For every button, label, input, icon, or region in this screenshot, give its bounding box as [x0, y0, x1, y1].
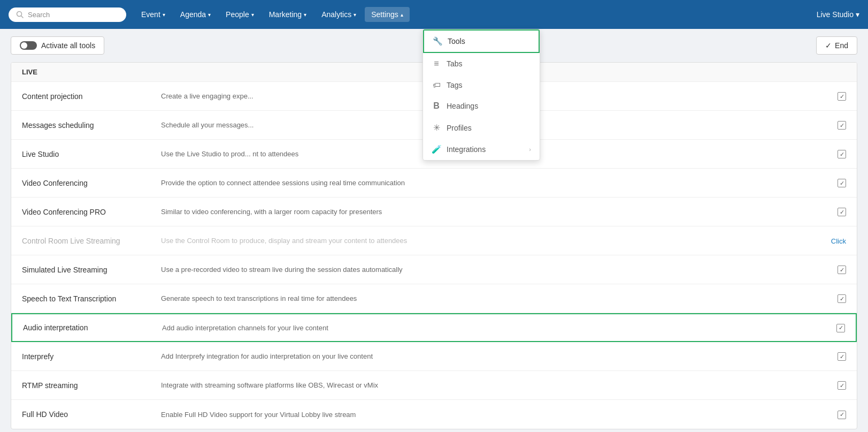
- row-action[interactable]: Click: [814, 237, 846, 245]
- table-row: Simulated Live Streaming Use a pre-recor…: [11, 255, 857, 284]
- checkbox-icon[interactable]: [838, 294, 846, 303]
- checkbox-icon[interactable]: [838, 266, 846, 274]
- chevron-down-icon: ▾: [251, 12, 254, 18]
- nav-item-analytics[interactable]: Analytics ▾: [315, 7, 363, 22]
- checkbox-icon[interactable]: [838, 411, 846, 419]
- row-desc: Similar to video conferencing, with a la…: [161, 208, 814, 216]
- dropdown-item-tabs[interactable]: ≡ Tabs: [423, 53, 540, 74]
- checkbox-icon[interactable]: [838, 179, 846, 187]
- row-action[interactable]: [814, 92, 846, 101]
- row-action[interactable]: [814, 294, 846, 304]
- row-action[interactable]: [814, 265, 846, 275]
- row-name: Content projection: [22, 92, 161, 101]
- tabs-icon: ≡: [432, 59, 441, 69]
- table-row: Interprefy Add Interprefy integration fo…: [11, 342, 857, 371]
- checkbox-icon[interactable]: [838, 208, 846, 216]
- row-desc: Provide the option to connect attendee s…: [161, 179, 814, 187]
- integrations-icon: 🧪: [432, 145, 441, 154]
- checkbox-icon[interactable]: [836, 324, 845, 332]
- dropdown-item-tags[interactable]: 🏷 Tags: [423, 74, 540, 95]
- dropdown-item-integrations[interactable]: 🧪 Integrations ›: [423, 139, 540, 160]
- chevron-up-icon: ▴: [401, 12, 403, 18]
- top-nav: Search Event ▾ Agenda ▾ People ▾ Marketi…: [0, 0, 868, 29]
- row-name: Control Room Live Streaming: [22, 237, 161, 245]
- row-name: RTMP streaming: [22, 381, 161, 390]
- headings-icon: B: [432, 101, 441, 111]
- row-desc: Use a pre-recorded video to stream live …: [161, 266, 814, 274]
- row-action[interactable]: [814, 207, 846, 217]
- row-action[interactable]: [814, 149, 846, 159]
- checkbox-icon[interactable]: [838, 121, 846, 130]
- table-row: RTMP streaming Integrate with streaming …: [11, 371, 857, 400]
- checkbox-icon[interactable]: [838, 92, 846, 101]
- nav-items: Event ▾ Agenda ▾ People ▾ Marketing ▾ An…: [135, 7, 817, 22]
- live-studio-nav[interactable]: Live Studio ▾: [817, 10, 859, 19]
- row-name: Full HD Video: [22, 410, 161, 419]
- nav-item-people[interactable]: People ▾: [219, 7, 260, 22]
- row-desc: Integrate with streaming software platfo…: [161, 381, 814, 389]
- dropdown-item-tools[interactable]: 🔧 Tools: [423, 29, 540, 53]
- settings-dropdown: 🔧 Tools ≡ Tabs 🏷 Tags B Headings ✳ Profi…: [423, 29, 540, 161]
- row-name: Simulated Live Streaming: [22, 266, 161, 274]
- row-desc: Add audio interpretation channels for yo…: [162, 324, 813, 332]
- nav-item-event[interactable]: Event ▾: [135, 7, 172, 22]
- chevron-down-icon: ▾: [304, 12, 306, 18]
- row-name: Video Conferencing PRO: [22, 208, 161, 216]
- svg-line-1: [21, 16, 24, 18]
- chevron-down-icon: ▾: [856, 10, 859, 19]
- nav-item-marketing[interactable]: Marketing ▾: [263, 7, 313, 22]
- row-name: Speech to Text Transcription: [22, 294, 161, 303]
- row-action[interactable]: [813, 323, 845, 332]
- row-name: Live Studio: [22, 150, 161, 158]
- search-icon: [16, 11, 24, 18]
- end-button[interactable]: ✓ End: [816, 36, 857, 55]
- dropdown-item-profiles[interactable]: ✳ Profiles: [423, 117, 540, 139]
- chevron-down-icon: ▾: [354, 12, 356, 18]
- activate-all-tools-button[interactable]: Activate all tools: [11, 36, 104, 55]
- nav-item-agenda[interactable]: Agenda ▾: [174, 7, 217, 22]
- row-desc: Add Interprefy integration for audio int…: [161, 352, 814, 360]
- profiles-icon: ✳: [432, 123, 441, 133]
- submenu-chevron-icon: ›: [529, 146, 531, 153]
- checkbox-icon[interactable]: [838, 150, 846, 158]
- checkmark-icon: ✓: [825, 41, 832, 50]
- row-action[interactable]: [814, 410, 846, 419]
- row-name: Audio interpretation: [23, 323, 162, 332]
- row-name: Messages scheduling: [22, 121, 161, 130]
- tags-icon: 🏷: [432, 80, 441, 89]
- row-name: Video Conferencing: [22, 179, 161, 187]
- table-row: Speech to Text Transcription Generate sp…: [11, 284, 857, 313]
- table-row: Full HD Video Enable Full HD Video suppo…: [11, 400, 857, 429]
- row-action[interactable]: [814, 352, 846, 361]
- search-placeholder: Search: [28, 11, 50, 19]
- toggle-icon: [20, 41, 37, 50]
- chevron-down-icon: ▾: [163, 12, 165, 18]
- row-action[interactable]: [814, 178, 846, 188]
- dropdown-item-headings[interactable]: B Headings: [423, 95, 540, 117]
- checkbox-icon[interactable]: [838, 352, 846, 361]
- search-box[interactable]: Search: [9, 7, 126, 22]
- row-name: Interprefy: [22, 352, 161, 361]
- row-action[interactable]: [814, 120, 846, 130]
- checkbox-icon[interactable]: [838, 381, 846, 390]
- table-row-audio-interpretation: Audio interpretation Add audio interpret…: [11, 313, 857, 342]
- tools-icon: 🔧: [433, 36, 442, 46]
- row-action[interactable]: [814, 381, 846, 390]
- row-desc: Generate speech to text transcriptions i…: [161, 294, 814, 302]
- click-link[interactable]: Click: [831, 237, 846, 245]
- table-row: Video Conferencing PRO Similar to video …: [11, 198, 857, 226]
- table-row: Video Conferencing Provide the option to…: [11, 169, 857, 198]
- table-row: Control Room Live Streaming Use the Cont…: [11, 226, 857, 255]
- nav-item-settings[interactable]: Settings ▴: [365, 7, 410, 22]
- row-desc: Use the Control Room to produce, display…: [161, 237, 814, 245]
- chevron-down-icon: ▾: [208, 12, 211, 18]
- row-desc: Enable Full HD Video support for your Vi…: [161, 411, 814, 419]
